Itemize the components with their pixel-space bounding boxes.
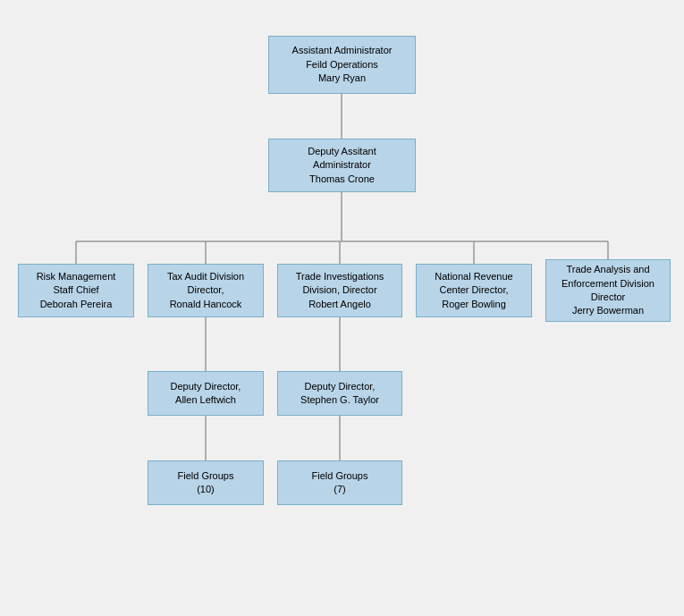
node-root: Assistant Administrator Feild Operations… <box>268 36 416 94</box>
node-deputy-tax-label: Deputy Director, Allen Leftwich <box>171 380 241 408</box>
node-deputy-label: Deputy Assitant Administrator Thomas Cro… <box>308 145 376 186</box>
node-deputy-tax: Deputy Director, Allen Leftwich <box>148 371 264 416</box>
node-risk-label: Risk Management Staff Chief Deborah Pere… <box>37 270 116 311</box>
node-trade-inv-label: Trade Investigations Division, Director … <box>296 270 384 311</box>
node-trade-inv: Trade Investigations Division, Director … <box>277 264 402 317</box>
org-chart: Assistant Administrator Feild Operations… <box>0 0 684 616</box>
node-field-trade: Field Groups (7) <box>277 460 402 505</box>
node-field-tax: Field Groups (10) <box>148 460 264 505</box>
node-tax-label: Tax Audit Division Director, Ronald Hanc… <box>167 270 244 311</box>
node-field-tax-label: Field Groups (10) <box>178 469 234 497</box>
node-deputy-trade: Deputy Director, Stephen G. Taylor <box>277 371 402 416</box>
node-field-trade-label: Field Groups (7) <box>312 469 368 497</box>
node-tax: Tax Audit Division Director, Ronald Hanc… <box>148 264 264 317</box>
node-national: National Revenue Center Director, Roger … <box>416 264 532 317</box>
node-trade-analysis: Trade Analysis and Enforcement Division … <box>545 259 671 322</box>
node-root-label: Assistant Administrator Feild Operations… <box>292 44 393 85</box>
node-deputy-trade-label: Deputy Director, Stephen G. Taylor <box>300 380 379 408</box>
node-risk: Risk Management Staff Chief Deborah Pere… <box>18 264 134 317</box>
node-national-label: National Revenue Center Director, Roger … <box>435 270 512 311</box>
node-trade-analysis-label: Trade Analysis and Enforcement Division … <box>562 263 654 318</box>
node-deputy: Deputy Assitant Administrator Thomas Cro… <box>268 139 416 192</box>
